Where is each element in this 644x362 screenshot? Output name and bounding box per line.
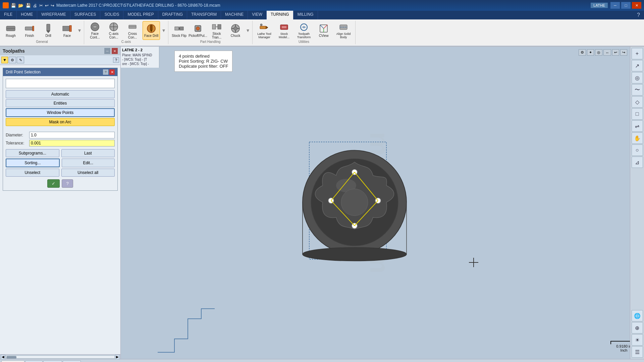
rt-arrows-button[interactable]: ⇌ [632,120,643,132]
unselect-all-button[interactable]: Unselect all [61,169,115,177]
tab-wireframe[interactable]: WIREFRAME [37,11,70,19]
scale-value: 0.9180 in [616,344,631,348]
tab-planes[interactable]: Planes [43,360,62,362]
rt-globe-button[interactable]: 🌐 [632,310,643,321]
scrollbar-track [5,355,115,359]
tab-home[interactable]: HOME [17,11,37,19]
rt-wave-button[interactable]: 〜 [632,84,643,96]
subprograms-button[interactable]: Subprograms... [6,149,59,157]
tab-toolpaths[interactable]: Toolpaths [1,360,24,362]
window-points-button[interactable]: Window Points [6,108,115,117]
tab-solids[interactable]: SOLIDS [100,11,123,19]
tab-machine[interactable]: MACHINE [221,11,248,19]
drill-dialog-close-button[interactable]: ✕ [109,69,115,75]
stock-model-button[interactable]: Stock Model... [275,21,293,40]
scroll-left-button[interactable]: ◀ [1,355,5,359]
rt-menu-button[interactable]: ☰ [632,346,643,358]
cview-button[interactable]: CView [315,21,332,40]
lathe-tool-manager-button[interactable]: Lathe Tool Manager [255,21,274,40]
rt-plus-button[interactable]: + [632,48,643,59]
rt-pan-button[interactable]: ✋ [632,132,643,144]
viewport[interactable]: LATHE 2 - 2 Plane: MAIN SPIND - [WCS: To… [121,47,644,359]
rt-zoom-button[interactable]: ⊕ [632,322,643,334]
stock-flip-button[interactable]: Stock Flip [170,21,188,40]
rt-target-button[interactable]: ◎ [632,72,643,83]
rt-diamond-button[interactable]: ◇ [632,96,643,108]
minimize-button[interactable]: ─ [610,2,620,9]
vp-btn-4[interactable]: ↔ [603,49,611,56]
sorting-button[interactable]: Sorting... [6,159,60,167]
svg-point-25 [234,27,237,30]
edit-button[interactable]: Edit... [62,159,115,167]
toolpath-transform-button[interactable]: Toolpath Transform [294,21,314,40]
ribbon-group-part-handling: Stock Flip Pickoff/Pul... Stock Tran... [168,21,253,44]
toolpaths-close-button[interactable]: ✕ [112,48,118,54]
svg-rect-34 [281,26,287,28]
right-toolbar: + ↗ ◎ 〜 ◇ □ ⇌ ✋ ○ ⊿ 🌐 ⊕ ☀ ☰ [630,47,644,359]
tab-surfaces[interactable]: SURFACES [70,11,101,19]
panel-settings-button[interactable]: ⚙ [9,57,16,63]
svg-marker-5 [47,31,50,33]
vp-btn-5[interactable]: ↩ [612,49,619,56]
drill-selection-display [6,79,115,88]
rt-funnel-button[interactable]: ⊿ [632,157,643,168]
drill-button[interactable]: Drill [40,21,57,40]
tab-drafting[interactable]: DRAFTING [158,11,187,19]
automatic-button[interactable]: Automatic [6,90,115,98]
rt-arrow-button[interactable]: ↗ [632,60,643,71]
face-drill-button[interactable]: Face Drill [143,21,160,40]
panel-menu-button[interactable]: ▼ [1,57,8,63]
panel-edit-button[interactable]: ✎ [17,57,24,63]
scroll-right-button[interactable]: ▶ [115,355,120,359]
face-cont-button[interactable]: Face Cont... [86,21,104,40]
close-button[interactable]: ✕ [632,2,641,9]
vp-btn-1[interactable]: ⚙ [579,49,586,56]
tab-view[interactable]: VIEW [248,11,267,19]
vp-btn-3[interactable]: ◎ [595,49,602,56]
svg-rect-30 [260,26,266,29]
diameter-input[interactable] [29,132,115,138]
stock-tran-button[interactable]: Stock Tran... [208,21,225,40]
drill-dialog-question-button[interactable]: ? [103,69,108,75]
toolpath-transform-icon [299,22,309,32]
entities-button[interactable]: Entities [6,99,115,107]
rt-square-button[interactable]: □ [632,108,643,120]
ribbon-group-caxis: Face Cont... C-axis Con... Cross Con... [84,21,168,44]
finish-button[interactable]: Finish [21,21,38,40]
ribbon-help-icon[interactable]: ? [633,11,644,19]
scrollbar-thumb[interactable] [6,356,16,359]
cview-icon [318,23,329,34]
tab-file[interactable]: FILE [0,11,17,19]
drill-point-dialog: Drill Point Selection ? ✕ Automatic Enti… [3,68,118,191]
tab-model-prep[interactable]: MODEL PREP [123,11,158,19]
vp-btn-6[interactable]: ↪ [620,49,627,56]
svg-point-32 [260,24,262,26]
toolpaths-title: Toolpaths [3,48,25,54]
help-button[interactable]: ? [62,179,73,188]
rt-sun-button[interactable]: ☀ [632,334,643,346]
pickoff-button[interactable]: Pickoff/Pul... [189,21,207,40]
mask-on-arc-button[interactable]: Mask on Arc [6,118,115,126]
vp-btn-2[interactable]: ✦ [587,49,594,56]
caxis-con-button[interactable]: C-axis Con... [105,21,122,40]
align-solid-body-button[interactable]: Align Solid Body [334,21,353,40]
panel-question-button[interactable]: ? [113,57,119,63]
toolpaths-collapse-button[interactable]: ─ [104,48,110,54]
ok-button[interactable]: ✓ [47,179,60,188]
caxis-separator: ▾ [161,27,166,34]
cross-con-button[interactable]: Cross Con... [124,21,141,40]
tab-solids[interactable]: Solids [25,360,43,362]
info-line3: Duplicate point filter: OFF [179,64,228,69]
unselect-button[interactable]: Unselect [6,169,59,177]
chuck-button[interactable]: Chuck [227,21,244,40]
rt-circle-button[interactable]: ○ [632,144,643,156]
tab-transform[interactable]: TRANSFORM [187,11,221,19]
rough-button[interactable]: Rough [2,21,19,40]
tab-turning[interactable]: TURNING [267,11,293,19]
last-button[interactable]: Last [61,149,115,157]
tab-milling[interactable]: MILLING [293,11,318,19]
face-button[interactable]: Face [58,21,76,40]
tolerance-input[interactable] [29,140,115,146]
tab-levels[interactable]: Levels [63,360,81,362]
maximize-button[interactable]: □ [621,2,631,9]
